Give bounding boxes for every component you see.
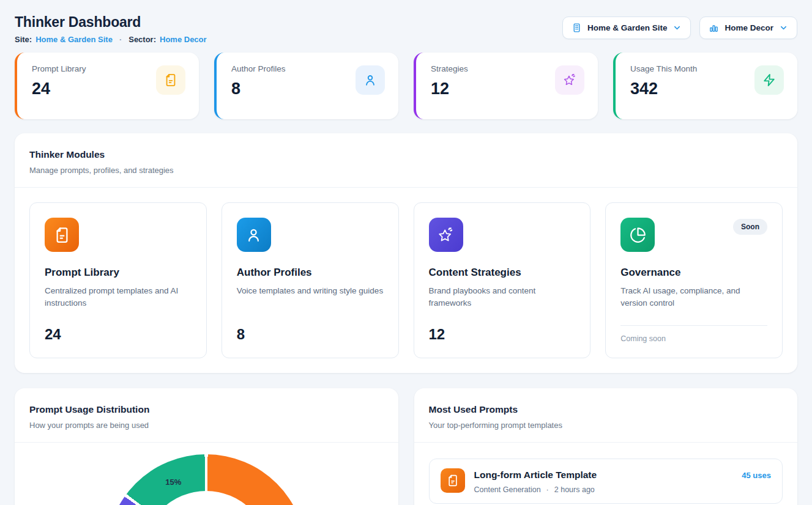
building-icon [572, 23, 582, 33]
sparkle-star-icon [555, 65, 584, 95]
module-title: Content Strategies [429, 267, 576, 279]
prompt-item-meta: Content Generation · 2 hours ago [474, 485, 597, 494]
site-label: Site: [15, 35, 32, 44]
bar-chart-icon [709, 23, 719, 33]
prompts-card-title: Most Used Prompts [429, 404, 783, 415]
separator-dot: · [546, 485, 549, 494]
site-selector-dropdown[interactable]: Home & Garden Site [562, 17, 691, 39]
module-description: Voice templates and writing style guides [237, 285, 384, 297]
stats-row: Prompt Library 24 Author Profiles 8 [15, 53, 797, 119]
usage-card-subtitle: How your prompts are being used [29, 421, 384, 430]
page-title: Thinker Dashboard [15, 13, 207, 31]
module-description: Centralized prompt templates and AI inst… [45, 285, 192, 310]
module-card-content-strategies[interactable]: Content Strategies Brand playbooks and c… [414, 202, 591, 358]
stat-label: Prompt Library [32, 64, 86, 73]
chevron-down-icon [779, 23, 788, 32]
thinker-modules-panel: Thinker Modules Manage prompts, profiles… [15, 133, 797, 373]
module-description: Brand playbooks and content frameworks [429, 285, 576, 310]
stat-value: 8 [231, 79, 286, 98]
modules-grid: Prompt Library Centralized prompt templa… [15, 188, 797, 373]
document-icon [45, 218, 79, 252]
stat-value: 342 [630, 79, 697, 98]
stat-card-author-profiles: Author Profiles 8 [214, 53, 398, 119]
stat-text: Strategies 12 [431, 64, 468, 119]
stat-label: Usage This Month [630, 64, 697, 73]
module-title: Author Profiles [237, 267, 384, 279]
modules-title: Thinker Modules [29, 149, 783, 160]
module-count: 8 [237, 316, 384, 343]
sector-label: Sector: [129, 35, 156, 44]
usage-distribution-card: Prompt Usage Distribution How your promp… [15, 388, 398, 505]
thinker-dashboard-page: Thinker Dashboard Site: Home & Garden Si… [0, 0, 812, 505]
prompt-item-text: Long-form Article Template Content Gener… [474, 468, 597, 494]
soon-badge: Soon [733, 219, 767, 235]
stat-card-strategies: Strategies 12 [414, 53, 598, 119]
modules-subtitle: Manage prompts, profiles, and strategies [29, 166, 783, 175]
module-count: 24 [45, 316, 192, 343]
donut-segment-label: 15% [165, 477, 181, 487]
header-controls: Home & Garden Site Home Decor [562, 17, 797, 39]
prompts-card-header: Most Used Prompts Your top-performing pr… [414, 388, 798, 443]
module-card-governance[interactable]: Soon Governance Track AI usage, complian… [605, 202, 783, 358]
modules-header: Thinker Modules Manage prompts, profiles… [15, 133, 797, 188]
prompt-item-title: Long-form Article Template [474, 470, 597, 481]
module-description: Track AI usage, compliance, and version … [620, 285, 767, 310]
module-title: Governance [620, 267, 767, 279]
prompt-category: Content Generation [474, 485, 541, 494]
header-left: Thinker Dashboard Site: Home & Garden Si… [15, 13, 207, 44]
prompt-uses-count: 45 uses [742, 471, 771, 480]
module-count: 12 [429, 316, 576, 343]
usage-card-header: Prompt Usage Distribution How your promp… [15, 388, 398, 443]
chevron-down-icon [672, 23, 682, 32]
user-icon [237, 218, 271, 252]
document-icon [441, 468, 465, 493]
stat-card-prompt-library: Prompt Library 24 [15, 53, 199, 119]
stat-card-usage: Usage This Month 342 [613, 53, 797, 119]
module-card-prompt-library[interactable]: Prompt Library Centralized prompt templa… [29, 202, 207, 358]
site-selector-label: Home & Garden Site [587, 23, 668, 32]
sector-selector-label: Home Decor [724, 23, 773, 32]
coming-soon-text: Coming soon [620, 326, 767, 343]
breadcrumb: Site: Home & Garden Site · Sector: Home … [15, 35, 207, 44]
bottom-row: Prompt Usage Distribution How your promp… [15, 388, 797, 505]
lightning-icon [754, 65, 784, 95]
user-icon [356, 65, 385, 95]
stat-value: 12 [431, 79, 468, 98]
separator-dot: · [119, 35, 122, 44]
sector-selector-dropdown[interactable]: Home Decor [699, 17, 797, 39]
module-card-author-profiles[interactable]: Author Profiles Voice templates and writ… [222, 202, 399, 358]
usage-card-title: Prompt Usage Distribution [29, 404, 384, 415]
site-link[interactable]: Home & Garden Site [35, 35, 113, 44]
donut-chart-area: 15% [15, 443, 398, 505]
prompt-time: 2 hours ago [554, 485, 595, 494]
donut-chart[interactable]: 15% [106, 454, 306, 505]
stat-label: Strategies [431, 64, 468, 73]
sparkle-star-icon [429, 218, 463, 252]
prompt-list-item[interactable]: Long-form Article Template Content Gener… [429, 459, 783, 504]
stat-text: Prompt Library 24 [32, 64, 86, 119]
module-title: Prompt Library [45, 267, 192, 279]
document-icon [156, 65, 185, 95]
prompts-card-subtitle: Your top-performing prompt templates [429, 421, 783, 430]
stat-value: 24 [32, 79, 86, 98]
stat-text: Author Profiles 8 [231, 64, 286, 119]
top-bar: Thinker Dashboard Site: Home & Garden Si… [15, 13, 797, 44]
stat-text: Usage This Month 342 [630, 64, 697, 119]
most-used-prompts-card: Most Used Prompts Your top-performing pr… [414, 388, 798, 505]
stat-label: Author Profiles [231, 64, 286, 73]
pie-chart-icon [620, 218, 655, 252]
sector-link[interactable]: Home Decor [160, 35, 207, 44]
